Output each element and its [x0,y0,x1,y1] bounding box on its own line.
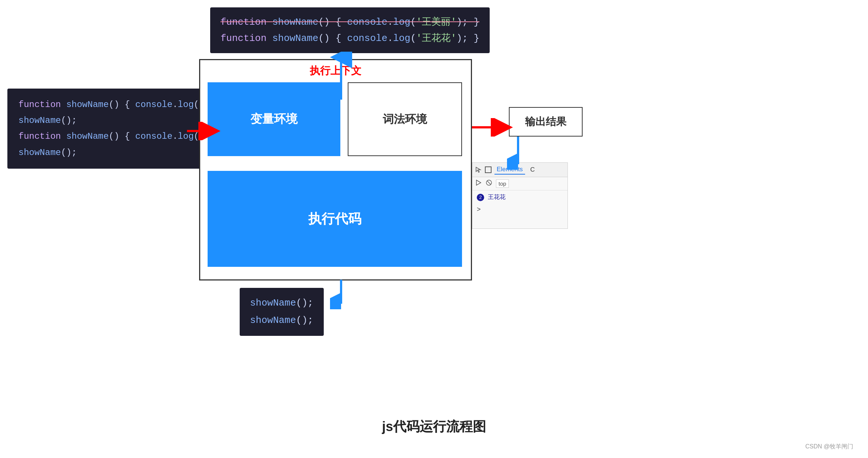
exec-code-box: 执行代码 [208,171,462,267]
context-dropdown[interactable]: top [496,179,509,188]
bottom-code-line1: showName(); [250,295,313,312]
code-block-bottom: showName(); showName(); [240,288,324,336]
devtools-output: 2 王花花 [472,190,567,204]
svg-marker-0 [476,167,480,172]
tab-c[interactable]: C [528,165,537,174]
cursor-icon [475,166,482,173]
arrow-down-to-bottom [330,280,352,309]
variable-env-label: 变量环境 [250,111,298,127]
arrow-up-top [330,52,352,100]
circle-slash-icon [486,179,492,188]
lexical-env-label: 词法环境 [383,112,427,127]
devtools-toolbar: top [472,177,567,190]
code-line-2: function showName() { console.log('王花花')… [221,30,479,47]
arrow-down-to-devtools [507,137,529,170]
code-line-strikethrough: function showName() { console.log('王美丽')… [221,14,479,30]
footer: CSDN @牧羊闸门 [805,443,853,451]
variable-env-box: 变量环境 [208,82,340,156]
svg-line-3 [487,181,491,185]
output-result-label: 输出结果 [525,115,566,129]
arrow-right-to-output [472,118,516,137]
code-block-top: function showName() { console.log('王美丽')… [210,7,490,53]
svg-marker-1 [476,180,481,185]
arrow-right-into-exec [187,122,224,140]
log-count: 2 [477,194,484,201]
devtools-prompt[interactable]: > [472,204,567,215]
output-result-box: 输出结果 [509,107,583,137]
bottom-code-line2: showName(); [250,312,313,329]
inspect-icon [485,166,492,173]
exec-code-label: 执行代码 [308,210,361,228]
play-icon [475,179,482,188]
log-text: 王花花 [488,194,506,200]
lexical-env-box: 词法环境 [348,82,462,156]
devtools-panel: Elements C top 2 王花花 > [472,162,568,229]
page-title: js代码运行流程图 [0,418,868,436]
